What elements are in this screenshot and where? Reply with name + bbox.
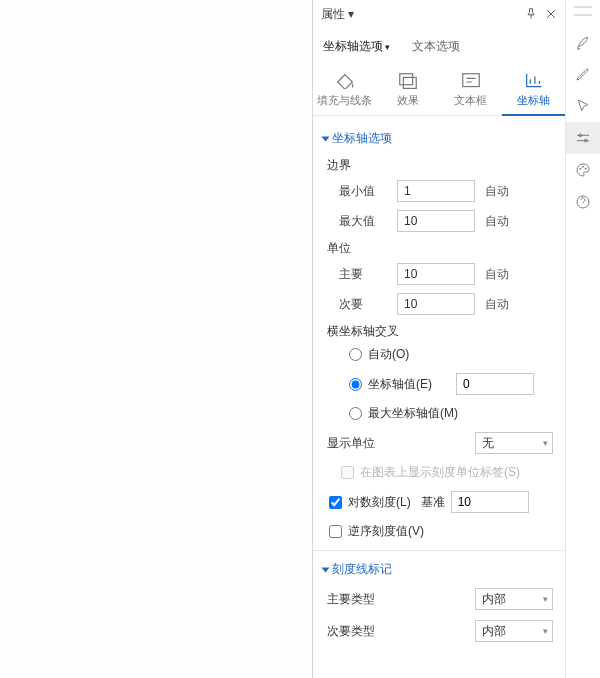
- pencil-icon[interactable]: [566, 58, 600, 90]
- svg-point-5: [580, 168, 581, 169]
- effects-icon: [397, 71, 419, 89]
- max-auto[interactable]: 自动: [485, 213, 509, 230]
- paint-bucket-icon: [334, 71, 356, 89]
- cursor-icon[interactable]: [566, 90, 600, 122]
- cross-auto-radio[interactable]: [349, 348, 362, 361]
- drag-grip-icon[interactable]: [574, 6, 592, 16]
- icontab-axis[interactable]: 坐标轴: [502, 65, 565, 116]
- sliders-icon[interactable]: [566, 122, 600, 154]
- major-tick-select[interactable]: 内部 ▾: [475, 588, 553, 610]
- minor-unit-label: 次要: [325, 296, 397, 313]
- reverse-order-label: 逆序刻度值(V): [348, 523, 424, 540]
- rocket-icon[interactable]: [566, 26, 600, 58]
- group-cross: 横坐标轴交叉: [327, 323, 553, 340]
- chevron-down-icon: ▾: [543, 594, 548, 604]
- right-toolbar: [566, 0, 600, 678]
- svg-rect-1: [403, 77, 416, 88]
- max-input[interactable]: [397, 210, 475, 232]
- icontab-textbox-label: 文本框: [454, 93, 487, 108]
- minor-tick-value: 内部: [482, 623, 506, 640]
- cross-auto-label: 自动(O): [368, 346, 409, 363]
- minor-unit-auto[interactable]: 自动: [485, 296, 509, 313]
- chart-axis-icon: [523, 71, 545, 89]
- major-unit-input[interactable]: [397, 263, 475, 285]
- display-units-select[interactable]: 无 ▾: [475, 432, 553, 454]
- svg-rect-2: [462, 74, 478, 87]
- document-canvas[interactable]: [0, 0, 313, 678]
- icontab-axis-label: 坐标轴: [517, 93, 550, 108]
- log-scale-checkbox[interactable]: [329, 496, 342, 509]
- section-axis-options-label: 坐标轴选项: [332, 130, 392, 147]
- icontab-effects[interactable]: 效果: [376, 65, 439, 116]
- svg-point-6: [582, 166, 583, 167]
- display-units-value: 无: [482, 435, 494, 452]
- major-unit-label: 主要: [325, 266, 397, 283]
- icontab-fill-label: 填充与线条: [317, 93, 372, 108]
- icontab-textbox[interactable]: 文本框: [439, 65, 502, 116]
- pin-icon[interactable]: [523, 6, 539, 22]
- show-unit-label-text: 在图表上显示刻度单位标签(S): [360, 464, 520, 481]
- triangle-down-icon: [322, 567, 330, 572]
- palette-icon[interactable]: [566, 154, 600, 186]
- group-units: 单位: [327, 240, 553, 257]
- tab-text-options[interactable]: 文本选项: [410, 34, 462, 59]
- log-base-label: 基准: [421, 494, 445, 511]
- svg-point-7: [585, 168, 586, 169]
- tab-text-options-label: 文本选项: [412, 38, 460, 55]
- section-axis-options[interactable]: 坐标轴选项: [323, 130, 553, 147]
- minor-tick-select[interactable]: 内部 ▾: [475, 620, 553, 642]
- section-tick-marks[interactable]: 刻度线标记: [323, 561, 553, 578]
- cross-max-label: 最大坐标轴值(M): [368, 405, 458, 422]
- show-unit-label-checkbox: [341, 466, 354, 479]
- panel-title[interactable]: 属性 ▾: [321, 6, 519, 23]
- cross-value-input[interactable]: [456, 373, 534, 395]
- chevron-down-icon: ▾: [543, 438, 548, 448]
- group-bounds: 边界: [327, 157, 553, 174]
- icontab-fill[interactable]: 填充与线条: [313, 65, 376, 116]
- display-units-label: 显示单位: [327, 435, 475, 452]
- min-auto[interactable]: 自动: [485, 183, 509, 200]
- log-scale-label: 对数刻度(L): [348, 494, 411, 511]
- close-icon[interactable]: [543, 6, 559, 22]
- major-tick-label: 主要类型: [327, 591, 475, 608]
- icontab-effects-label: 效果: [397, 93, 419, 108]
- tab-axis-options[interactable]: 坐标轴选项 ▾: [321, 34, 392, 59]
- max-label: 最大值: [325, 213, 397, 230]
- section-tick-marks-label: 刻度线标记: [332, 561, 392, 578]
- major-unit-auto[interactable]: 自动: [485, 266, 509, 283]
- cross-value-radio[interactable]: [349, 378, 362, 391]
- svg-rect-0: [399, 74, 412, 85]
- minor-unit-input[interactable]: [397, 293, 475, 315]
- min-input[interactable]: [397, 180, 475, 202]
- help-icon[interactable]: [566, 186, 600, 218]
- minor-tick-label: 次要类型: [327, 623, 475, 640]
- min-label: 最小值: [325, 183, 397, 200]
- log-base-input[interactable]: [451, 491, 529, 513]
- tab-axis-options-label: 坐标轴选项: [323, 38, 383, 55]
- properties-panel: 属性 ▾ 坐标轴选项 ▾ 文本选项 填充与线条 效: [313, 0, 566, 678]
- reverse-order-checkbox[interactable]: [329, 525, 342, 538]
- chevron-down-icon: ▾: [385, 42, 390, 52]
- chevron-down-icon: ▾: [543, 626, 548, 636]
- textbox-icon: [460, 71, 482, 89]
- cross-value-label: 坐标轴值(E): [368, 376, 432, 393]
- triangle-down-icon: [322, 136, 330, 141]
- cross-max-radio[interactable]: [349, 407, 362, 420]
- major-tick-value: 内部: [482, 591, 506, 608]
